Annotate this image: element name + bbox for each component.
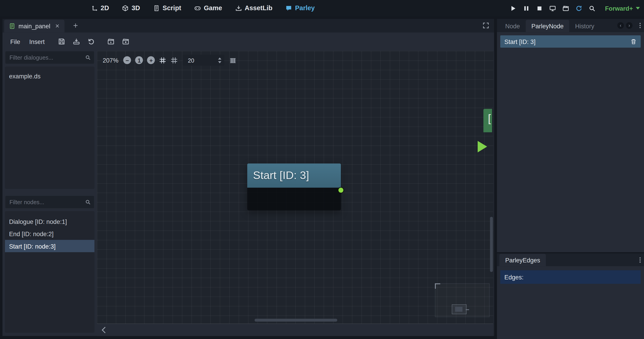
workspace-tab-script-label: Script (163, 4, 181, 12)
list-item-node-start[interactable]: Start [ID: node:3] (5, 240, 94, 252)
chevron-down-icon (636, 7, 640, 10)
save-icon[interactable] (58, 38, 65, 45)
test-dialogue-icon[interactable] (107, 38, 114, 45)
parleynode-panel: Start [ID: 3] (497, 32, 644, 252)
tab-next-icon[interactable]: › (626, 22, 632, 29)
spin-up-icon[interactable] (218, 57, 222, 59)
snap-distance-spinbox (183, 54, 224, 66)
expand-icon[interactable] (483, 22, 489, 29)
game-icon (194, 5, 201, 12)
workspace-tab-parley[interactable]: Parley (286, 4, 315, 12)
main-editor-area: main_panel × + File Insert (2, 19, 494, 336)
graph-node-title: Start [ID: 3] (247, 164, 341, 188)
filter-nodes-box (5, 196, 94, 209)
zoom-in-button[interactable]: + (147, 56, 155, 64)
trash-icon[interactable] (630, 38, 636, 44)
workspace-tab-game[interactable]: Game (194, 4, 222, 12)
close-icon[interactable]: × (55, 23, 59, 30)
top-menu-bar: 2D 3D Script Game AssetLib Parley (0, 0, 644, 16)
zoom-out-button[interactable]: − (123, 56, 131, 64)
workspace-tab-script[interactable]: Script (153, 4, 181, 12)
dock-tab-bar: Node ParleyNode History ‹ › (497, 19, 644, 32)
tab-parleynode[interactable]: ParleyNode (526, 20, 570, 32)
zoom-reset-button[interactable]: 1 (135, 56, 143, 64)
stop-icon[interactable] (536, 5, 543, 12)
workspace-tab-3d-label: 3D (132, 4, 140, 12)
2d-icon (91, 5, 98, 12)
remote-debug-icon[interactable] (549, 5, 556, 12)
test-dialogue-current-icon[interactable] (122, 38, 130, 45)
graph-canvas[interactable]: 207% − 1 + (97, 51, 493, 324)
edges-root-row[interactable]: Edges: (500, 270, 641, 284)
search-icon (85, 199, 91, 205)
playback-controls: Forward+ (510, 0, 640, 16)
renderer-selector[interactable]: Forward+ (605, 5, 640, 12)
bottom-panel-bar (97, 324, 493, 336)
reload-icon[interactable] (575, 5, 582, 12)
insert-menu[interactable]: Insert (25, 36, 49, 48)
list-item-node-dialogue[interactable]: Dialogue [ID: node:1] (5, 215, 94, 228)
snap-toggle-icon[interactable] (159, 56, 166, 64)
graph-node-partial-text: [ (488, 112, 491, 125)
minimap-node (455, 307, 462, 312)
list-item-node-end[interactable]: End [ID: node:2] (5, 228, 94, 240)
minimap-edge (466, 309, 469, 310)
zoom-level-label: 207% (103, 57, 118, 64)
selected-node-row[interactable]: Start [ID: 3] (500, 35, 641, 48)
vertical-scrollbar[interactable] (490, 217, 493, 272)
3d-icon (122, 5, 129, 12)
scene-tab-bar: main_panel × + (2, 19, 494, 32)
workspace-tab-2d-label: 2D (100, 4, 109, 12)
collapse-left-icon[interactable] (102, 326, 108, 333)
scene-tab-label: main_panel (18, 23, 50, 30)
search-icon[interactable] (588, 5, 596, 12)
godot-editor-window: 2D 3D Script Game AssetLib Parley (0, 0, 644, 339)
grid-toggle-icon[interactable] (171, 56, 178, 64)
graph-area: 207% − 1 + (97, 51, 493, 336)
minimap-toggle-icon[interactable] (229, 56, 237, 64)
graph-minimap[interactable] (435, 284, 490, 317)
graph-node-body (247, 188, 341, 210)
assetlib-icon (235, 5, 242, 12)
nodes-list: Dialogue [ID: node:1] End [ID: node:2] S… (5, 211, 94, 333)
tab-parleyedges[interactable]: ParleyEdges (500, 254, 546, 266)
play-marker-icon (478, 141, 487, 152)
selected-node-label: Start [ID: 3] (504, 38, 536, 45)
filter-dialogues-input[interactable] (8, 54, 85, 61)
undo-icon[interactable] (87, 38, 95, 45)
snap-distance-input[interactable] (187, 56, 205, 64)
spin-down-icon[interactable] (218, 61, 222, 63)
graph-node-partial[interactable]: [ (483, 109, 492, 132)
horizontal-scrollbar[interactable] (255, 319, 337, 322)
dock-menu-icon[interactable] (639, 257, 641, 263)
right-dock: Node ParleyNode History ‹ › Start [ID: 3… (497, 19, 644, 339)
parleyedges-dock: ParleyEdges Edges: (497, 253, 644, 339)
renderer-label: Forward+ (605, 5, 633, 12)
scene-doc-icon (9, 23, 15, 29)
tab-prev-icon[interactable]: ‹ (617, 22, 624, 29)
tab-history[interactable]: History (570, 20, 600, 32)
file-menu[interactable]: File (6, 36, 25, 48)
workspace-tab-2d[interactable]: 2D (91, 4, 109, 12)
filter-dialogues-box (5, 51, 94, 64)
pause-icon[interactable] (523, 5, 530, 12)
scene-tab-main-panel[interactable]: main_panel × (4, 20, 64, 32)
graph-node-start[interactable]: Start [ID: 3] (247, 164, 341, 210)
workspace-tab-assetlib[interactable]: AssetLib (235, 4, 272, 12)
script-icon (153, 5, 160, 12)
new-tab-button[interactable]: + (73, 21, 78, 30)
parley-icon (286, 5, 292, 12)
tab-node[interactable]: Node (500, 20, 526, 32)
parley-panel: File Insert example.ds (2, 32, 494, 336)
workspace-tab-assetlib-label: AssetLib (245, 4, 272, 12)
list-item-dialogue-file[interactable]: example.ds (5, 70, 94, 82)
filter-nodes-input[interactable] (8, 198, 85, 206)
workspace-tab-3d[interactable]: 3D (122, 4, 140, 12)
movie-maker-icon[interactable] (562, 5, 569, 12)
tab-nav: ‹ › (617, 22, 632, 29)
dialogues-list: example.ds (5, 66, 94, 189)
dock-menu-icon[interactable] (639, 22, 641, 29)
output-port[interactable] (338, 188, 344, 192)
play-icon[interactable] (510, 5, 517, 12)
import-icon[interactable] (72, 38, 80, 45)
